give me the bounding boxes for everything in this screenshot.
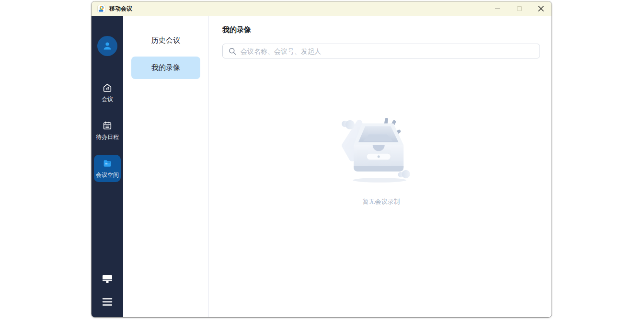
sidebar-item-todo-schedule[interactable]: 待办日程 xyxy=(94,117,121,144)
sidebar: 会议 待办日程 会议空间 xyxy=(92,16,123,317)
maximize-icon xyxy=(517,6,522,11)
search-box[interactable] xyxy=(222,44,540,58)
history-panel: 历史会议 我的录像 xyxy=(123,16,209,317)
box-handle-dot xyxy=(377,155,380,158)
panel-item-my-recordings[interactable]: 我的录像 xyxy=(131,57,200,79)
minimize-icon xyxy=(495,9,500,9)
panel-title: 历史会议 xyxy=(151,36,180,45)
empty-state: 暂无会议录制 xyxy=(222,58,540,317)
menu-icon xyxy=(102,297,113,307)
app-window: 移动会议 xyxy=(91,1,552,318)
screen-share-button[interactable] xyxy=(101,273,114,285)
close-icon xyxy=(538,6,544,12)
page-title: 我的录像 xyxy=(222,25,540,34)
folder-icon xyxy=(102,158,113,169)
calendar-icon xyxy=(102,120,113,131)
sidebar-item-meeting[interactable]: 会议 xyxy=(94,79,121,106)
user-avatar-icon xyxy=(102,40,113,52)
empty-open-box-illustration xyxy=(331,110,432,187)
sidebar-item-meeting-space[interactable]: 会议空间 xyxy=(94,155,121,182)
sidebar-item-label: 会议 xyxy=(102,95,113,104)
menu-button[interactable] xyxy=(102,297,113,307)
window-controls xyxy=(487,1,552,16)
illustration-shadow xyxy=(353,178,406,183)
user-avatar[interactable] xyxy=(97,36,117,56)
empty-state-message: 暂无会议录制 xyxy=(363,197,400,206)
window-title: 移动会议 xyxy=(109,5,487,13)
main-content: 我的录像 xyxy=(209,16,552,317)
screen-share-icon xyxy=(101,273,114,285)
box-bottom-edge xyxy=(354,166,403,172)
minimize-button[interactable] xyxy=(487,1,508,16)
sidebar-item-label: 待办日程 xyxy=(96,133,119,141)
search-icon xyxy=(229,47,236,55)
maximize-button[interactable] xyxy=(508,1,530,16)
sidebar-bottom xyxy=(101,273,114,317)
home-icon xyxy=(102,82,113,93)
window-body: 会议 待办日程 会议空间 xyxy=(92,16,552,317)
search-input[interactable] xyxy=(241,47,535,55)
app-logo-icon xyxy=(97,5,105,13)
close-button[interactable] xyxy=(530,1,552,16)
sidebar-item-label: 会议空间 xyxy=(96,171,119,179)
titlebar[interactable]: 移动会议 xyxy=(92,1,552,16)
